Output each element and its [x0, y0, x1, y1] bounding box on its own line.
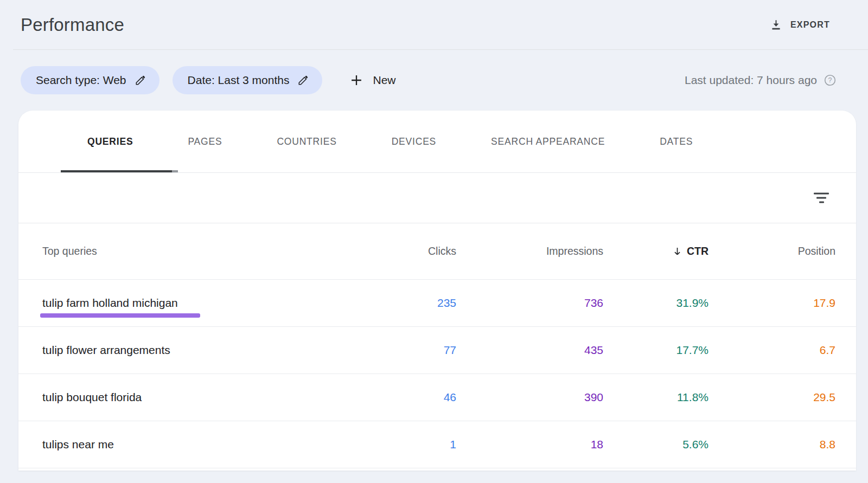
column-header-impressions[interactable]: Impressions — [456, 245, 603, 257]
table-row[interactable]: tulip flower arrangements 77 435 17.7% 6… — [18, 327, 856, 374]
table-row[interactable]: tulips near me 1 18 5.6% 8.8 — [18, 421, 856, 468]
query-text: tulip bouquet florida — [42, 391, 142, 403]
column-header-clicks[interactable]: Clicks — [314, 245, 456, 257]
filter-bar: Search type: Web Date: Last 3 months New… — [0, 50, 868, 111]
query-cell: tulips near me — [18, 438, 314, 451]
ctr-value: 17.7% — [603, 344, 709, 357]
query-cell: tulip flower arrangements — [18, 344, 314, 357]
query-cell: tulip bouquet florida — [18, 391, 314, 404]
tab-dates[interactable]: DATES — [660, 136, 693, 147]
clicks-value: 46 — [314, 391, 456, 404]
position-value: 29.5 — [709, 391, 835, 404]
page-header: Performance EXPORT — [0, 0, 868, 49]
column-header-ctr[interactable]: CTR — [603, 245, 709, 257]
clicks-value: 1 — [314, 438, 456, 451]
column-header-position[interactable]: Position — [709, 245, 835, 257]
query-cell: tulip farm holland michigan — [18, 297, 314, 310]
date-range-chip-label: Date: Last 3 months — [188, 74, 290, 87]
impressions-value: 736 — [456, 297, 603, 310]
ctr-value: 31.9% — [603, 297, 709, 310]
edit-pencil-icon — [297, 74, 309, 86]
table-toolbar — [18, 173, 856, 223]
filter-list-icon[interactable] — [810, 190, 832, 207]
svg-text:?: ? — [828, 76, 832, 84]
table-row[interactable]: tulip farm holland michigan 235 736 31.9… — [18, 280, 856, 327]
help-icon[interactable]: ? — [824, 74, 837, 87]
query-text: tulip flower arrangements — [42, 344, 170, 356]
position-value: 8.8 — [709, 438, 835, 451]
query-text: tulips near me — [42, 438, 114, 450]
clicks-value: 235 — [314, 297, 456, 310]
plus-icon — [349, 73, 363, 87]
tab-queries[interactable]: QUERIES — [87, 136, 133, 147]
impressions-value: 390 — [456, 391, 603, 404]
export-label: EXPORT — [790, 20, 830, 30]
impressions-value: 435 — [456, 344, 603, 357]
dimension-tab-bar: QUERIES PAGES COUNTRIES DEVICES SEARCH A… — [18, 111, 856, 173]
search-type-chip-label: Search type: Web — [36, 74, 126, 87]
impressions-value: 18 — [456, 438, 603, 451]
tab-search-appearance[interactable]: SEARCH APPEARANCE — [491, 136, 605, 147]
report-card: QUERIES PAGES COUNTRIES DEVICES SEARCH A… — [18, 111, 856, 471]
ctr-value: 11.8% — [603, 391, 709, 404]
download-icon — [770, 18, 782, 31]
last-updated-text: Last updated: 7 hours ago — [685, 74, 817, 87]
edit-pencil-icon — [135, 74, 146, 86]
search-type-chip[interactable]: Search type: Web — [21, 66, 159, 94]
page-title: Performance — [21, 15, 124, 35]
tab-pages[interactable]: PAGES — [188, 136, 222, 147]
export-button[interactable]: EXPORT — [770, 18, 830, 31]
position-value: 17.9 — [709, 297, 835, 310]
clicks-value: 77 — [314, 344, 456, 357]
tab-devices[interactable]: DEVICES — [392, 136, 436, 147]
position-value: 6.7 — [709, 344, 835, 357]
ctr-header-label: CTR — [687, 245, 709, 257]
active-tab-indicator — [61, 170, 178, 172]
table-header-row: Top queries Clicks Impressions CTR Posit… — [18, 223, 856, 280]
last-updated: Last updated: 7 hours ago ? — [685, 74, 837, 87]
table-row[interactable]: tulip bouquet florida 46 390 11.8% 29.5 — [18, 374, 856, 421]
new-filter-label: New — [373, 74, 395, 87]
highlight-underline — [40, 313, 200, 318]
sort-descending-icon — [672, 246, 683, 257]
tab-countries[interactable]: COUNTRIES — [277, 136, 336, 147]
query-text: tulip farm holland michigan — [42, 297, 178, 309]
ctr-value: 5.6% — [603, 438, 709, 451]
new-filter-button[interactable]: New — [349, 73, 395, 87]
column-header-top-queries[interactable]: Top queries — [18, 245, 314, 257]
date-range-chip[interactable]: Date: Last 3 months — [173, 66, 323, 94]
